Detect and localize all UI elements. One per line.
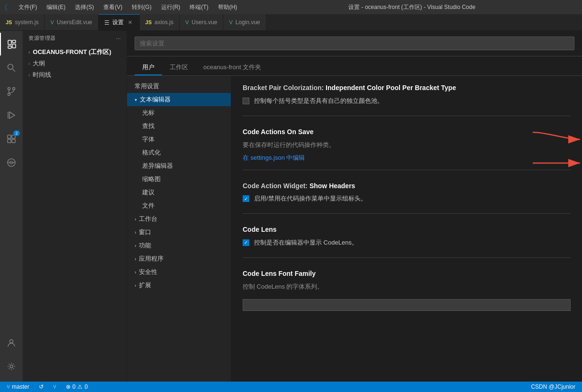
setting-title-prefix: Code Action Widget: xyxy=(243,182,309,190)
tab-label: axios.js xyxy=(155,19,173,26)
setting-title-font-family: Code Lens Font Family xyxy=(243,269,571,279)
chevron-right-icon: › xyxy=(135,256,136,262)
vue-icon: V xyxy=(185,19,189,25)
tree-item-workbench[interactable]: › 工作台 xyxy=(127,212,231,226)
svg-line-5 xyxy=(13,69,16,72)
statusbar-git[interactable]: ⑂ xyxy=(51,383,58,390)
tree-item-cursor[interactable]: 光标 xyxy=(127,106,231,119)
tab-users-vue[interactable]: V Users.vue xyxy=(180,14,223,30)
checkbox-label: 控制是否在编辑器中显示 CodeLens。 xyxy=(254,238,358,247)
sync-icon: ↺ xyxy=(39,383,44,390)
explorer-icon xyxy=(7,39,17,49)
statusbar: ⑂ master ↺ ⑂ ⊗ 0 ⚠ 0 CSDN @JCjunior xyxy=(0,382,582,392)
svg-rect-14 xyxy=(12,139,15,143)
sidebar-item-timeline[interactable]: › 时间线 xyxy=(23,69,127,81)
menu-run[interactable]: 运行(R) xyxy=(159,2,182,12)
chevron-right-icon: › xyxy=(28,50,30,55)
menu-edit[interactable]: 编辑(E) xyxy=(45,2,67,12)
error-icon: ⊗ xyxy=(66,383,71,390)
git-icon: ⑂ xyxy=(53,383,56,390)
settings-tab-folder[interactable]: oceanus-front 文件夹 xyxy=(196,60,269,75)
tab-login-vue[interactable]: V Login.vue xyxy=(223,14,266,30)
activity-explorer[interactable] xyxy=(0,33,23,55)
statusbar-errors[interactable]: ⊗ 0 ⚠ 0 xyxy=(64,383,90,390)
tab-close-button[interactable]: ✕ xyxy=(127,19,134,26)
js-icon: JS xyxy=(6,19,12,25)
git-branch-icon: ⑂ xyxy=(7,383,10,390)
tab-usersedit-vue[interactable]: V UsersEdit.vue xyxy=(45,14,98,30)
tree-item-files[interactable]: 文件 xyxy=(127,199,231,212)
chevron-right-icon: › xyxy=(135,283,136,288)
settings-tab-user[interactable]: 用户 xyxy=(135,60,162,75)
tree-item-security[interactable]: › 安全性 xyxy=(127,265,231,279)
sidebar-item-label: 时间线 xyxy=(33,71,51,79)
tree-item-extensions[interactable]: › 扩展 xyxy=(127,279,231,292)
activity-remote[interactable] xyxy=(0,151,23,174)
search-icon xyxy=(6,63,17,73)
tree-item-label: 字体 xyxy=(142,135,155,144)
tree-item-label: 应用程序 xyxy=(139,255,164,263)
js-icon: JS xyxy=(146,19,152,25)
sidebar-more-icon[interactable]: ··· xyxy=(116,36,121,41)
tree-item-format[interactable]: 格式化 xyxy=(127,146,231,159)
tree-item-font[interactable]: 字体 xyxy=(127,133,231,146)
error-count: 0 xyxy=(73,383,76,390)
svg-point-17 xyxy=(10,340,13,343)
menu-goto[interactable]: 转到(G) xyxy=(130,2,153,12)
activity-account[interactable] xyxy=(0,331,23,354)
source-control-icon xyxy=(6,86,17,97)
setting-title-bold: Show Headers xyxy=(309,182,355,190)
menu-file[interactable]: 文件(F) xyxy=(17,2,39,12)
setting-checkbox-row: 控制每个括号类型是否具有自己的独立颜色池。 xyxy=(243,97,571,105)
tab-settings[interactable]: ☰ 设置 ✕ xyxy=(99,14,140,30)
tree-item-label: 差异编辑器 xyxy=(142,162,173,170)
tree-item-window[interactable]: › 窗口 xyxy=(127,226,231,239)
statusbar-sync[interactable]: ↺ xyxy=(37,383,45,390)
tab-system-js[interactable]: JS system.js xyxy=(0,14,45,30)
tree-item-minimap[interactable]: 缩略图 xyxy=(127,173,231,186)
activity-extensions[interactable]: 2 xyxy=(0,128,23,150)
sidebar-item-label: OCEANUS-FRONT (工作区) xyxy=(33,48,111,56)
settings-search-input[interactable] xyxy=(135,36,574,50)
tree-item-diff-editor[interactable]: 差异编辑器 xyxy=(127,159,231,173)
chevron-right-icon: › xyxy=(135,230,136,235)
branch-name: master xyxy=(12,383,29,390)
activity-source-control[interactable] xyxy=(0,80,23,103)
menu-help[interactable]: 帮助(H) xyxy=(216,2,239,12)
code-action-widget-checkbox[interactable] xyxy=(243,195,249,202)
tree-item-application[interactable]: › 应用程序 xyxy=(127,252,231,265)
chevron-right-icon: › xyxy=(28,61,30,66)
setting-title-code-actions: Code Actions On Save xyxy=(243,128,571,137)
activity-run[interactable] xyxy=(0,104,23,127)
tree-item-features[interactable]: › 功能 xyxy=(127,239,231,252)
sidebar-item-outline[interactable]: › 大纲 xyxy=(23,58,127,69)
menu-view[interactable]: 查看(V) xyxy=(101,2,124,12)
sidebar-item-workspace[interactable]: › OCEANUS-FRONT (工作区) xyxy=(23,46,127,58)
statusbar-branch[interactable]: ⑂ master xyxy=(5,383,31,390)
tree-item-label: 常用设置 xyxy=(135,82,159,91)
tree-item-text-editor[interactable]: ▾ 文本编辑器 xyxy=(127,93,231,106)
setting-title-text: Code Lens xyxy=(243,226,277,233)
vue-icon: V xyxy=(50,19,54,25)
vue-icon: V xyxy=(229,19,232,25)
tree-item-suggest[interactable]: 建议 xyxy=(127,186,231,199)
menu-terminal[interactable]: 终端(T) xyxy=(188,2,210,12)
settings-tabs: 用户 工作区 oceanus-front 文件夹 xyxy=(127,56,582,76)
activity-search[interactable] xyxy=(0,56,23,79)
settings-tree: 常用设置 ▾ 文本编辑器 光标 查找 字体 格式化 xyxy=(127,76,231,382)
tree-item-find[interactable]: 查找 xyxy=(127,119,231,133)
tree-item-common[interactable]: 常用设置 xyxy=(127,80,231,93)
statusbar-right: CSDN @JCjunior xyxy=(529,383,577,390)
settings-tab-workspace[interactable]: 工作区 xyxy=(162,60,196,75)
settings-container: 用户 工作区 oceanus-front 文件夹 常用设置 ▾ 文本编辑器 光标… xyxy=(127,31,582,382)
code-lens-checkbox[interactable] xyxy=(243,239,249,246)
tab-label: 设置 xyxy=(112,18,124,27)
setting-title-bold: Independent Color Pool Per Bracket Type xyxy=(326,84,456,91)
tab-axios-js[interactable]: JS axios.js xyxy=(140,14,180,30)
setting-title-bracket: Bracket Pair Colorization: Independent C… xyxy=(243,83,571,93)
menu-select[interactable]: 选择(S) xyxy=(73,2,96,12)
code-lens-font-input[interactable] xyxy=(243,299,571,311)
activity-manage[interactable] xyxy=(0,355,23,378)
settings-json-link[interactable]: 在 settings.json 中编辑 xyxy=(243,154,305,161)
bracket-pair-checkbox[interactable] xyxy=(243,98,249,104)
